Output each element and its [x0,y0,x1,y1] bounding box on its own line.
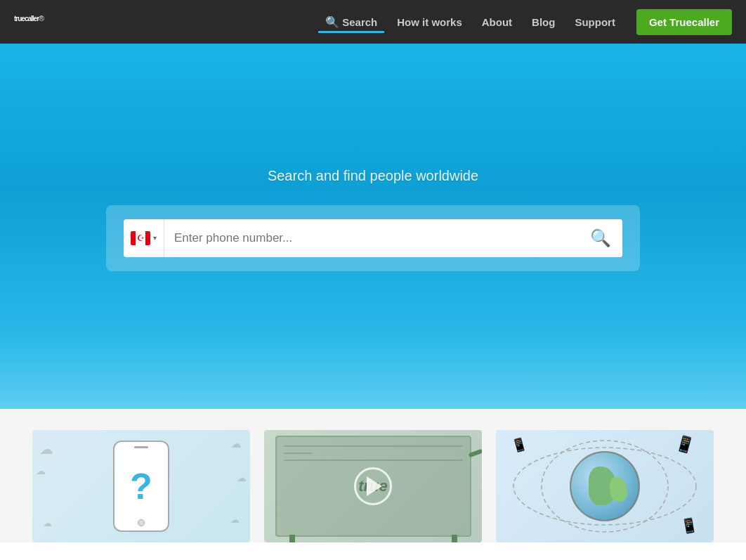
cloud-icon-2: ☁ [230,437,242,450]
search-icon: 🔍 [590,228,611,248]
globe [570,451,640,521]
logo-trademark: ® [39,14,44,22]
nav-links: 🔍 Search How it works About Blog Support… [318,9,732,35]
cloud-icon-4: ☁ [237,472,247,483]
card-phone-question[interactable]: ☁ ☁ ☁ ☁ ☁ ☁ ? [32,430,250,542]
card-globe-devices[interactable]: 📱 📱 📱 [496,430,714,542]
nav-about-label: About [482,16,512,28]
nav-blog[interactable]: Blog [525,12,562,32]
hero-section: Search and find people worldwide ☪ ▾ 🔍 [0,44,746,409]
country-flag-dropdown[interactable]: ☪ ▾ [124,219,164,257]
cloud-icon-5: ☁ [43,518,52,528]
board-line-3 [284,460,463,461]
phone-icon-right: 📱 [679,516,700,535]
hero-tagline: Search and find people worldwide [268,168,478,184]
nav-support[interactable]: Support [568,12,622,32]
phone-speaker [134,446,148,448]
navbar: truecaller® 🔍 Search How it works About … [0,0,746,44]
get-truecaller-button[interactable]: Get Truecaller [636,9,732,35]
nav-search[interactable]: 🔍 Search [318,11,384,33]
phone-sketch: ? [113,441,169,532]
phone-home-button [138,519,145,526]
phone-number-input[interactable] [164,219,579,257]
creature-arm [468,449,482,457]
search-box-container: ☪ ▾ 🔍 [106,205,640,271]
cards-section: ☁ ☁ ☁ ☁ ☁ ☁ ? true [0,409,746,542]
card-1-sketch: ☁ ☁ ☁ ☁ ☁ ☁ ? [32,430,250,542]
creature-leg-right [452,535,457,542]
question-mark-icon: ? [130,465,152,507]
chevron-down-icon: ▾ [153,234,157,242]
cloud-icon-3: ☁ [36,465,46,476]
cloud-icon-1: ☁ [39,441,53,457]
nav-how-it-works[interactable]: How it works [390,12,469,32]
card-video-play[interactable]: true [264,430,482,542]
flag-crescent: ☪ [137,234,145,242]
play-icon [367,476,382,496]
nav-blog-label: Blog [532,16,555,28]
board-line-1 [284,445,463,447]
search-row: ☪ ▾ 🔍 [124,219,622,257]
board-line-2 [284,452,312,454]
creature-leg-left [289,535,295,542]
cloud-icon-6: ☁ [230,514,240,525]
search-button[interactable]: 🔍 [579,219,622,257]
logo-text: truecaller [14,15,39,22]
nav-about[interactable]: About [475,12,519,32]
nav-how-it-works-label: How it works [397,16,462,28]
site-logo[interactable]: truecaller® [14,11,44,33]
nav-support-label: Support [575,16,615,28]
card-2-sketch: true [264,430,482,542]
play-button-circle[interactable] [354,467,392,505]
nav-search-label: Search [342,16,377,28]
flag-icon: ☪ [131,231,150,245]
card-3-sketch: 📱 📱 📱 [496,430,714,542]
search-icon: 🔍 [325,15,339,29]
